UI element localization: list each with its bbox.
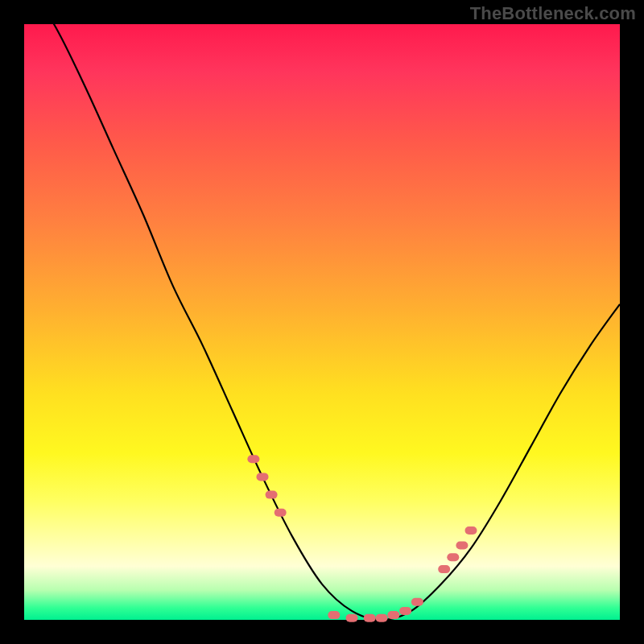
highlight-dot [376, 614, 388, 622]
highlight-dot [346, 614, 358, 622]
highlight-dot [456, 542, 468, 550]
highlight-dot [364, 614, 376, 622]
plot-area [24, 24, 620, 620]
highlight-dot [275, 509, 287, 517]
highlight-dot [328, 611, 340, 619]
highlight-dot [411, 598, 423, 606]
highlight-dot [247, 455, 259, 463]
highlight-dot [447, 553, 459, 561]
highlight-dots [247, 455, 477, 622]
highlight-dot [465, 526, 477, 535]
highlight-dot [438, 565, 450, 573]
highlight-dot [399, 607, 411, 615]
watermark-text: TheBottleneck.com [470, 3, 636, 24]
highlight-dot [266, 491, 278, 499]
bottleneck-curve [24, 0, 620, 620]
highlight-dot [387, 611, 399, 619]
highlight-dot [257, 473, 269, 481]
chart-frame: TheBottleneck.com [0, 0, 644, 644]
chart-svg [24, 24, 620, 620]
